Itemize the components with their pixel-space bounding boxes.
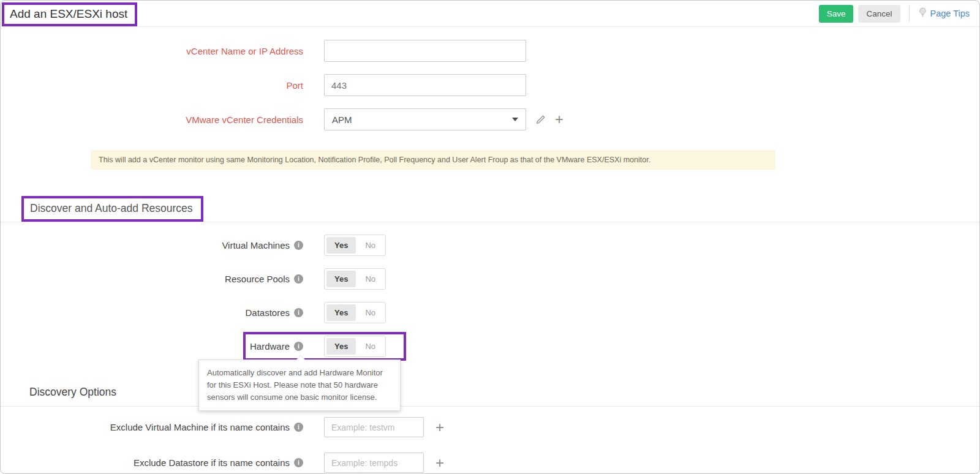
exclude-vm-row: Exclude Virtual Machine if its name cont… <box>1 417 979 437</box>
vcenter-name-input[interactable] <box>324 40 526 62</box>
page-header: Add an ESX/ESXi host Save Cancel Page Ti… <box>1 1 979 27</box>
add-credentials-button[interactable]: + <box>555 112 564 127</box>
port-row: Port <box>1 74 979 96</box>
page-tips-link[interactable]: Page Tips <box>918 7 970 20</box>
datastores-label: Datastores <box>245 307 290 318</box>
discover-section-divider <box>1 222 979 222</box>
exclude-datastore-row: Exclude Datastore if its name contains + <box>1 453 979 473</box>
hardware-row: Hardware Yes No Automatically discover a… <box>1 336 979 357</box>
resource-pools-toggle: Yes No <box>324 268 386 290</box>
hardware-info-icon[interactable] <box>294 342 303 351</box>
hardware-label: Hardware <box>250 341 290 352</box>
discovery-options-divider <box>1 406 979 407</box>
virtual-machines-yes-option[interactable]: Yes <box>326 237 356 254</box>
exclude-datastore-input[interactable] <box>324 453 424 473</box>
virtual-machines-no-option[interactable]: No <box>357 237 383 254</box>
virtual-machines-label: Virtual Machines <box>222 240 290 250</box>
exclude-datastore-label: Exclude Datastore if its name contains <box>134 457 290 468</box>
edit-credentials-button[interactable] <box>535 115 546 125</box>
resource-pools-label: Resource Pools <box>225 274 290 284</box>
exclude-datastore-info-icon[interactable] <box>294 458 303 467</box>
datastores-yes-option[interactable]: Yes <box>326 304 356 321</box>
resource-pools-yes-option[interactable]: Yes <box>326 271 356 287</box>
virtual-machines-toggle: Yes No <box>324 235 386 256</box>
hardware-tooltip: Automatically discover and add Hardware … <box>198 359 401 411</box>
datastores-toggle: Yes No <box>324 302 386 323</box>
save-button[interactable]: Save <box>819 5 854 23</box>
lightbulb-icon <box>918 7 927 20</box>
virtual-machines-info-icon[interactable] <box>294 241 303 250</box>
datastores-no-option[interactable]: No <box>357 304 383 321</box>
resource-pools-info-icon[interactable] <box>294 274 303 284</box>
discovery-options-title: Discovery Options <box>29 386 979 399</box>
exclude-vm-label: Exclude Virtual Machine if its name cont… <box>110 422 290 432</box>
discover-section-title: Discover and Auto-add Resources <box>30 202 193 215</box>
hardware-yes-option[interactable]: Yes <box>326 338 356 355</box>
discover-section-highlight-box: Discover and Auto-add Resources <box>21 196 203 222</box>
vcenter-name-row: vCenter Name or IP Address <box>1 40 979 62</box>
resource-pools-no-option[interactable]: No <box>357 271 383 287</box>
page-title-highlight-box: Add an ESX/ESXi host <box>2 2 137 26</box>
exclude-vm-info-icon[interactable] <box>294 423 303 432</box>
exclude-vm-input[interactable] <box>324 417 424 437</box>
resource-pools-row: Resource Pools Yes No <box>1 268 979 290</box>
credentials-row: VMware vCenter Credentials APM + <box>1 108 979 130</box>
vcenter-name-label: vCenter Name or IP Address <box>1 46 303 56</box>
page-title: Add an ESX/ESXi host <box>10 7 127 21</box>
credentials-selected-value: APM <box>332 115 352 125</box>
chevron-down-icon <box>512 118 518 121</box>
add-esx-host-page: Add an ESX/ESXi host Save Cancel Page Ti… <box>0 0 980 474</box>
credentials-dropdown[interactable]: APM <box>324 108 526 130</box>
hardware-no-option[interactable]: No <box>357 338 383 355</box>
port-input[interactable] <box>324 74 526 96</box>
port-label: Port <box>1 80 303 91</box>
exclude-vm-add-button[interactable]: + <box>435 420 444 435</box>
credentials-label: VMware vCenter Credentials <box>1 115 303 125</box>
datastores-row: Datastores Yes No <box>1 302 979 323</box>
virtual-machines-row: Virtual Machines Yes No <box>1 235 979 256</box>
header-actions: Save Cancel Page Tips <box>819 5 970 23</box>
exclude-datastore-add-button[interactable]: + <box>435 456 444 470</box>
page-tips-label: Page Tips <box>930 9 970 18</box>
hardware-toggle: Yes No <box>324 336 386 357</box>
info-banner: This will add a vCenter monitor using sa… <box>91 150 775 170</box>
datastores-info-icon[interactable] <box>294 308 303 317</box>
header-divider <box>909 6 910 21</box>
cancel-button[interactable]: Cancel <box>858 5 900 23</box>
